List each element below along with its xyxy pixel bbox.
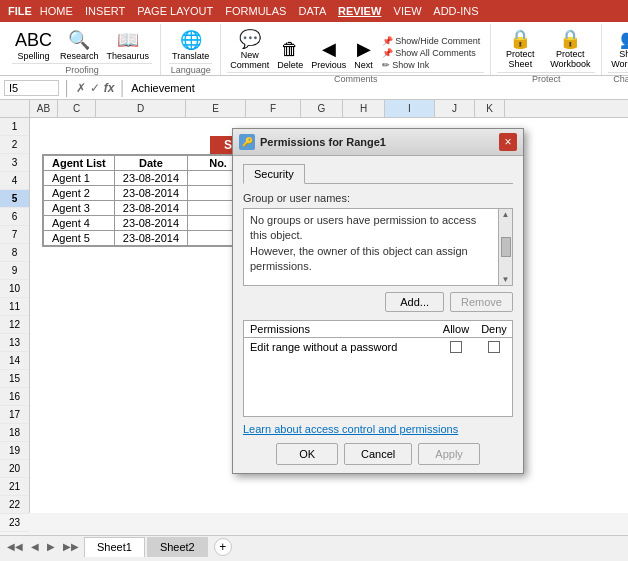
col-header-d: D (96, 100, 186, 117)
name-box[interactable]: I5 (4, 80, 59, 96)
new-comment-icon: 💬 (239, 28, 261, 50)
cancel-button[interactable]: Cancel (344, 443, 412, 465)
row-header-3: 3 (0, 154, 29, 172)
tab-nav-left[interactable]: ◀◀ (4, 541, 26, 552)
security-tab[interactable]: Security (243, 164, 305, 184)
apply-button[interactable]: Apply (418, 443, 480, 465)
row-header-5: 5 (0, 190, 29, 208)
permissions-dialog: 🔑 Permissions for Range1 × Security Grou… (232, 128, 524, 474)
previous-comment-icon: ◀ (322, 38, 336, 60)
permissions-row: Edit range without a password (244, 338, 512, 357)
row-header-7: 7 (0, 226, 29, 244)
access-control-link[interactable]: Learn about access control and permissio… (243, 423, 513, 435)
col-header-f: F (246, 100, 301, 117)
research-icon: 🔍 (68, 29, 90, 51)
deny-checkbox-cell (476, 338, 512, 357)
agent-table-header-list: Agent List (44, 156, 115, 171)
row-header-18: 18 (0, 424, 29, 442)
translate-label: Translate (172, 51, 209, 61)
share-workbook-icon: 👥 (620, 28, 628, 50)
thesaurus-button[interactable]: 📖 Thesaurus (104, 27, 153, 63)
row-headers: 1 2 3 4 5 6 7 8 9 10 11 12 13 14 15 16 1… (0, 118, 30, 513)
col-header-ab: AB (30, 100, 58, 117)
title-bar-app: HOME INSERT PAGE LAYOUT FORMULAS DATA RE… (40, 5, 479, 17)
agent3-name: Agent 3 (44, 201, 115, 216)
ribbon-group-protect: 🔒 Protect Sheet 🔒 Protect Workbook Prote… (491, 24, 602, 75)
share-workbook-button[interactable]: 👥 Share Workbook (608, 26, 628, 72)
dialog-title-text: Permissions for Range1 (260, 136, 386, 148)
insert-function-icon[interactable]: fx (104, 81, 115, 95)
row-header-21: 21 (0, 478, 29, 496)
row-header-6: 6 (0, 208, 29, 226)
new-comment-button[interactable]: 💬 New Comment (227, 26, 272, 72)
show-ink-button[interactable]: ✏ Show Ink (382, 60, 481, 70)
scroll-up-arrow[interactable]: ▲ (502, 210, 510, 219)
permissions-col-header: Permissions (244, 321, 436, 338)
show-all-comments-button[interactable]: 📌 Show All Comments (382, 48, 481, 58)
previous-comment-button[interactable]: ◀ Previous (308, 36, 349, 72)
next-comment-button[interactable]: ▶ Next (351, 36, 376, 72)
formula-input[interactable]: Achievement (131, 82, 624, 94)
row-header-16: 16 (0, 388, 29, 406)
row-header-11: 11 (0, 298, 29, 316)
protect-sheet-button[interactable]: 🔒 Protect Sheet (497, 26, 543, 72)
group-label: Group or user names: (243, 192, 513, 204)
tab-nav-right[interactable]: ▶▶ (60, 541, 82, 552)
row-header-1: 1 (0, 118, 29, 136)
add-button[interactable]: Add... (385, 292, 444, 312)
scroll-down-arrow[interactable]: ▼ (502, 275, 510, 284)
add-sheet-button[interactable]: + (214, 538, 232, 556)
scroll-thumb[interactable] (501, 237, 511, 257)
allow-checkbox[interactable] (450, 341, 462, 353)
sheet-tab-1[interactable]: Sheet1 (84, 537, 145, 557)
agent-table-header-date: Date (114, 156, 187, 171)
agent5-date: 23-08-2014 (114, 231, 187, 246)
dialog-body: Security Group or user names: No groups … (233, 156, 523, 473)
confirm-formula-icon[interactable]: ✓ (90, 81, 100, 95)
tab-nav-prev[interactable]: ◀ (28, 541, 42, 552)
research-button[interactable]: 🔍 Research (57, 27, 102, 63)
row-header-8: 8 (0, 244, 29, 262)
table-row: Agent 1 23-08-2014 (44, 171, 249, 186)
col-header-k: K (475, 100, 505, 117)
title-bar: FILE HOME INSERT PAGE LAYOUT FORMULAS DA… (0, 0, 628, 22)
permissions-empty-rows (244, 356, 512, 416)
ok-button[interactable]: OK (276, 443, 338, 465)
proofing-group-label: Proofing (12, 63, 152, 75)
users-box: No groups or users have permission to ac… (243, 208, 513, 286)
allow-checkbox-cell (436, 338, 476, 357)
dialog-close-button[interactable]: × (499, 133, 517, 151)
research-label: Research (60, 51, 99, 61)
users-scrollbar[interactable]: ▲ ▼ (498, 209, 512, 285)
cancel-formula-icon[interactable]: ✗ (76, 81, 86, 95)
ribbon-group-changes: 👥 Share Workbook Changes (602, 24, 628, 75)
users-message: No groups or users have permission to ac… (250, 214, 479, 272)
sheet-tab-2[interactable]: Sheet2 (147, 537, 208, 557)
language-group-label: Language (169, 63, 212, 75)
ribbon-group-proofing: ABC Spelling 🔍 Research 📖 Thesaurus Proo… (4, 24, 161, 75)
allow-col-header: Allow (436, 321, 476, 338)
comment-options: 📌 Show/Hide Comment 📌 Show All Comments … (378, 34, 485, 72)
protect-workbook-button[interactable]: 🔒 Protect Workbook (545, 26, 595, 72)
row-header-12: 12 (0, 316, 29, 334)
spelling-button[interactable]: ABC Spelling (12, 28, 55, 63)
ribbon: ABC Spelling 🔍 Research 📖 Thesaurus Proo… (0, 22, 628, 76)
deny-col-header: Deny (476, 321, 512, 338)
remove-button[interactable]: Remove (450, 292, 513, 312)
deny-checkbox[interactable] (488, 341, 500, 353)
tab-nav-next[interactable]: ▶ (44, 541, 58, 552)
spelling-label: Spelling (17, 51, 49, 61)
row-header-17: 17 (0, 406, 29, 424)
col-header-j: J (435, 100, 475, 117)
agent5-name: Agent 5 (44, 231, 115, 246)
show-hide-comment-button[interactable]: 📌 Show/Hide Comment (382, 36, 481, 46)
row-header-13: 13 (0, 334, 29, 352)
translate-button[interactable]: 🌐 Translate (169, 27, 212, 63)
ribbon-group-language: 🌐 Translate Language (161, 24, 221, 75)
users-text: No groups or users have permission to ac… (244, 209, 498, 285)
col-header-e: E (186, 100, 246, 117)
agent1-date: 23-08-2014 (114, 171, 187, 186)
delete-comment-button[interactable]: 🗑 Delete (274, 37, 306, 72)
row-header-14: 14 (0, 352, 29, 370)
add-remove-row: Add... Remove (243, 292, 513, 312)
